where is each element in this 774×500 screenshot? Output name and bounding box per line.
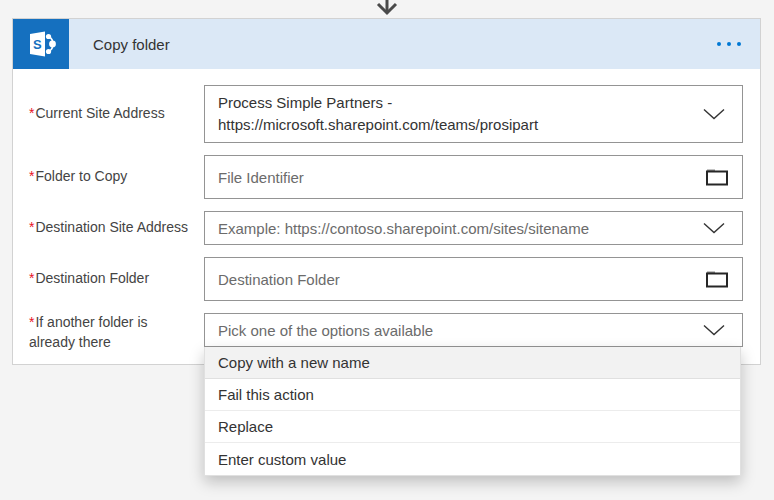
current-site-address-dropdown[interactable]: Process Simple Partners - https://micros…: [204, 85, 743, 143]
field-row-destination-site-address: *Destination Site Address Example: https…: [29, 211, 743, 245]
folder-picker-button[interactable]: [692, 258, 742, 300]
destination-site-address-placeholder[interactable]: Example: https://contoso.sharepoint.com/…: [205, 220, 686, 237]
option-copy-with-a-new-name[interactable]: Copy with a new name: [205, 347, 740, 379]
card-body: *Current Site Address Process Simple Par…: [13, 69, 760, 352]
field-label: *Folder to Copy: [29, 155, 204, 199]
field-row-folder-to-copy: *Folder to Copy: [29, 155, 743, 199]
card-header[interactable]: S Copy folder: [13, 19, 760, 69]
option-enter-custom-value[interactable]: Enter custom value: [205, 443, 740, 475]
if-another-folder-dropdown[interactable]: Pick one of the options available: [204, 313, 743, 347]
flow-arrow-icon: [372, 0, 402, 18]
folder-icon: [705, 269, 729, 289]
svg-text:S: S: [33, 37, 42, 52]
destination-folder-field: [204, 257, 743, 301]
if-another-folder-placeholder[interactable]: Pick one of the options available: [205, 322, 686, 339]
destination-folder-input[interactable]: [205, 258, 692, 300]
current-site-address-value[interactable]: Process Simple Partners - https://micros…: [205, 86, 686, 142]
destination-site-address-dropdown[interactable]: Example: https://contoso.sharepoint.com/…: [204, 211, 743, 245]
sharepoint-icon: S: [13, 19, 69, 69]
field-row-current-site-address: *Current Site Address Process Simple Par…: [29, 85, 743, 143]
folder-to-copy-input[interactable]: [205, 156, 692, 198]
field-label: *If another folder is already there: [29, 313, 204, 352]
field-label: *Current Site Address: [29, 85, 204, 143]
option-fail-this-action[interactable]: Fail this action: [205, 379, 740, 411]
chevron-down-icon[interactable]: [686, 212, 742, 244]
action-card-copy-folder: S Copy folder *Current Site Address Proc…: [12, 18, 761, 365]
folder-to-copy-field: [204, 155, 743, 199]
chevron-down-icon[interactable]: [686, 86, 742, 142]
folder-picker-button[interactable]: [692, 156, 742, 198]
ellipsis-icon: [717, 42, 721, 46]
option-replace[interactable]: Replace: [205, 411, 740, 443]
dropdown-options-menu: Copy with a new name Fail this action Re…: [204, 347, 741, 476]
folder-icon: [705, 167, 729, 187]
required-marker: *: [29, 105, 34, 121]
field-label: *Destination Folder: [29, 257, 204, 301]
chevron-down-icon[interactable]: [686, 314, 742, 346]
field-label: *Destination Site Address: [29, 211, 204, 245]
ellipsis-menu-button[interactable]: [698, 19, 760, 69]
card-title: Copy folder: [69, 19, 698, 69]
field-row-destination-folder: *Destination Folder: [29, 257, 743, 301]
